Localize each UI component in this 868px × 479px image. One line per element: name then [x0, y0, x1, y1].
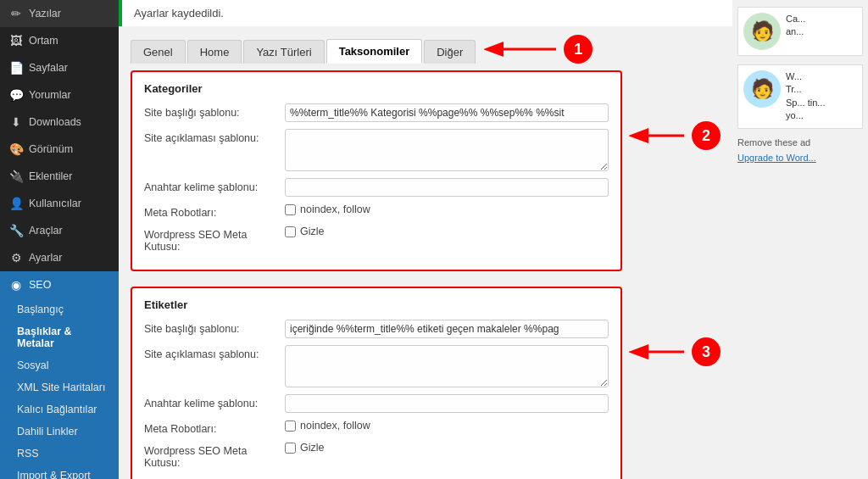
sub-item-sosyal[interactable]: Sosyal	[0, 354, 119, 376]
etiketler-title: Etiketler	[144, 298, 609, 311]
settings-icon: ⚙	[8, 251, 24, 265]
comment-icon: 💬	[8, 88, 24, 102]
sidebar-label: Downloads	[29, 116, 81, 128]
annotation-3-wrap: 3	[629, 287, 721, 366]
kategoriler-row-3: Meta Robotları: noindex, follow	[144, 203, 609, 219]
kategoriler-label-4: Wordpress SEO Meta Kutusu:	[144, 226, 280, 253]
sidebar-item-araclar[interactable]: 🔧 Araçlar	[0, 217, 119, 244]
sidebar-label: Eklentiler	[29, 170, 72, 182]
kategoriler-input-2[interactable]	[285, 178, 609, 197]
ad-card-2: 🧑 W...Tr...Sp... tin...yo...	[737, 64, 863, 129]
etiketler-check-text-3: noindex, follow	[300, 420, 370, 432]
tab-home[interactable]: Home	[187, 40, 242, 64]
kategoriler-row-1: Site açıklaması şablonu:	[144, 129, 609, 171]
sidebar-label: Araçlar	[29, 225, 63, 237]
notice-text: Ayarlar kaydedildi.	[134, 7, 224, 19]
content-area: Kategoriler Site başlığı şablonu: Site a…	[119, 64, 732, 479]
etiketler-textarea-1[interactable]	[285, 345, 609, 387]
red-arrow-3	[629, 340, 688, 364]
sidebar-item-yorumlar[interactable]: 💬 Yorumlar	[0, 81, 119, 109]
kategoriler-label-3: Meta Robotları:	[144, 203, 280, 219]
tab-diger[interactable]: Diğer	[424, 40, 476, 64]
etiketler-row-1: Site açıklaması şablonu:	[144, 345, 609, 387]
sub-label: Import & Export	[17, 470, 91, 479]
sub-item-baslangic[interactable]: Başlangıç	[0, 298, 119, 320]
red-arrow-2	[629, 124, 688, 148]
plugin-icon: 🔌	[8, 170, 24, 183]
sidebar-label: Ayarlar	[29, 252, 62, 264]
etiketler-label-2: Anahtar kelime şablonu:	[144, 394, 280, 409]
ad-avatar-2: 🧑	[743, 70, 781, 108]
etiketler-label-1: Site açıklaması şablonu:	[144, 345, 280, 360]
tab-taksonomiler[interactable]: Taksonomiler	[326, 39, 423, 64]
ad-text-1: Ca...an...	[786, 13, 805, 39]
kategoriler-textarea-1[interactable]	[285, 129, 609, 171]
etiketler-check-4[interactable]	[285, 443, 296, 454]
sub-label: XML Site Haritaları	[17, 382, 105, 393]
etiketler-row-3: Meta Robotları: noindex, follow	[144, 420, 609, 435]
sub-item-import[interactable]: Import & Export	[0, 465, 119, 479]
kategoriler-section: Kategoriler Site başlığı şablonu: Site a…	[131, 70, 622, 271]
ad-avatar-1: 🧑	[743, 13, 781, 50]
user-icon: 👤	[8, 197, 24, 210]
palette-icon: 🎨	[8, 142, 24, 156]
etiketler-row-0: Site başlığı şablonu:	[144, 320, 609, 338]
kategoriler-row-2: Anahtar kelime şablonu:	[144, 178, 609, 197]
tab-yazi-turleri[interactable]: Yazı Türleri	[243, 40, 324, 64]
annotation-1-wrap: 1	[484, 35, 593, 64]
etiketler-input-2[interactable]	[285, 394, 609, 413]
sidebar-label: Ortam	[29, 35, 58, 47]
seo-submenu: Başlangıç Başlıklar & Metalar Sosyal XML…	[0, 298, 119, 479]
kategoriler-check-3[interactable]	[285, 204, 296, 215]
sub-label: RSS	[17, 448, 39, 460]
sidebar-item-gorunum[interactable]: 🎨 Görünüm	[0, 136, 119, 163]
upgrade-link[interactable]: Upgrade to Word...	[737, 153, 816, 163]
etiketler-label-4: Wordpress SEO Meta Kutusu:	[144, 442, 280, 469]
kategoriler-row-4: Wordpress SEO Meta Kutusu: Gizle	[144, 226, 609, 253]
ad-text-2: W...Tr...Sp... tin...yo...	[786, 70, 825, 123]
kategoriler-check-4[interactable]	[285, 226, 296, 237]
download-icon: ⬇	[8, 115, 24, 129]
etiketler-check-3[interactable]	[285, 421, 296, 432]
center-column: Ayarlar kaydedildi. Genel Home Yazı Türl…	[119, 0, 732, 479]
sidebar-item-eklentiler[interactable]: 🔌 Eklentiler	[0, 163, 119, 190]
sidebar-item-ayarlar[interactable]: ⚙ Ayarlar	[0, 244, 119, 271]
etiketler-label-0: Site başlığı şablonu:	[144, 320, 280, 335]
sub-label: Başlangıç	[17, 304, 64, 315]
etiketler-label-3: Meta Robotları:	[144, 420, 280, 435]
sidebar-item-downloads[interactable]: ⬇ Downloads	[0, 109, 119, 136]
kategoriler-input-0[interactable]	[285, 103, 609, 122]
sidebar-item-sayfalar[interactable]: 📄 Sayfalar	[0, 54, 119, 81]
annotation-2-wrap: 2	[629, 70, 721, 150]
page-icon: 📄	[8, 61, 24, 75]
etiketler-input-0[interactable]	[285, 320, 609, 338]
sidebar-label: Sayfalar	[29, 62, 68, 74]
kategoriler-label-0: Site başlığı şablonu:	[144, 103, 280, 119]
etiketler-check-text-4: Gizle	[300, 442, 324, 454]
sub-label: Sosyal	[17, 359, 49, 371]
sub-item-rss[interactable]: RSS	[0, 443, 119, 465]
kategoriler-label-1: Site açıklaması şablonu:	[144, 129, 280, 144]
sidebar-label: Yorumlar	[29, 89, 71, 101]
sidebar-item-seo[interactable]: ◉ SEO	[0, 271, 119, 298]
sub-item-dahili[interactable]: Dahili Linkler	[0, 421, 119, 443]
sidebar-label: Kullanıcılar	[29, 198, 81, 209]
sidebar-item-ortam[interactable]: 🖼 Ortam	[0, 27, 119, 54]
sub-label: Başlıklar & Metalar	[17, 326, 110, 349]
tabs-row: Genel Home Yazı Türleri Taksonomiler Diğ…	[131, 39, 477, 64]
tab-genel[interactable]: Genel	[131, 40, 186, 64]
seo-icon: ◉	[8, 278, 24, 292]
sidebar-label: Görünüm	[29, 143, 73, 155]
sub-item-basliklar-metalar[interactable]: Başlıklar & Metalar	[0, 320, 119, 354]
sub-item-kalici[interactable]: Kalıcı Bağlantılar	[0, 398, 119, 421]
sidebar-item-yazılar[interactable]: ✏ Yazılar	[0, 0, 119, 27]
kategoriler-check-text-3: noindex, follow	[300, 203, 370, 215]
sub-item-xml[interactable]: XML Site Haritaları	[0, 376, 119, 398]
pencil-icon: ✏	[8, 7, 24, 20]
sidebar-item-kullanicilar[interactable]: 👤 Kullanıcılar	[0, 190, 119, 217]
sidebar: ✏ Yazılar 🖼 Ortam 📄 Sayfalar 💬 Yorumlar …	[0, 0, 119, 479]
annotation-circle-1: 1	[564, 35, 593, 64]
etiketler-checkbox-3: noindex, follow	[285, 420, 370, 432]
image-icon: 🖼	[8, 34, 24, 47]
kategoriler-check-text-4: Gizle	[300, 226, 324, 237]
